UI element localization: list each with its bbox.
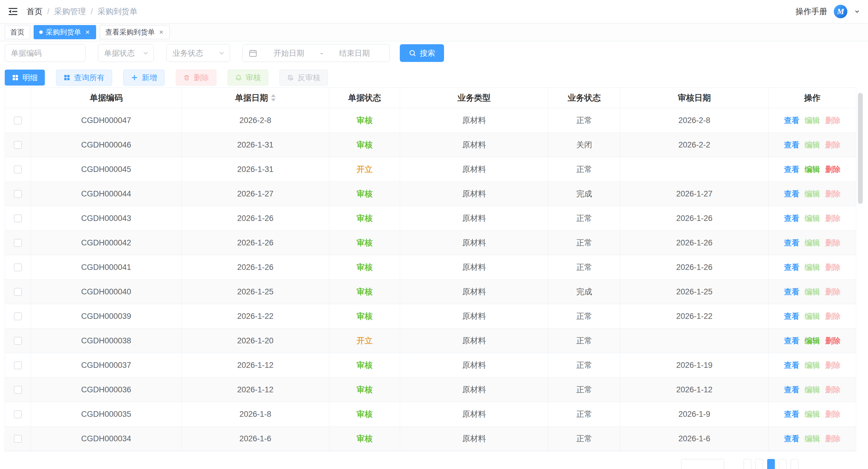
row-checkbox[interactable] (14, 361, 22, 369)
edit-link[interactable]: 编辑 (805, 287, 820, 297)
edit-link[interactable]: 编辑 (805, 189, 820, 199)
cell-operations: 查看 编辑 删除 (769, 231, 856, 255)
row-checkbox[interactable] (14, 337, 22, 345)
view-link[interactable]: 查看 (784, 115, 799, 126)
edit-link[interactable]: 编辑 (805, 262, 820, 272)
delete-link[interactable]: 删除 (825, 164, 841, 175)
row-checkbox[interactable] (14, 288, 22, 296)
view-link[interactable]: 查看 (784, 262, 799, 272)
delete-link[interactable]: 删除 (825, 336, 841, 346)
cell-biz-status: 正常 (549, 231, 620, 255)
tab-purchase-arrival[interactable]: 采购到货单 (34, 25, 96, 39)
pagination-item[interactable] (779, 459, 786, 469)
page-size-select[interactable] (681, 459, 724, 469)
view-link[interactable]: 查看 (784, 189, 799, 199)
avatar[interactable]: M (834, 5, 847, 18)
view-link[interactable]: 查看 (784, 385, 799, 395)
doc-status-placeholder: 单据状态 (104, 48, 135, 58)
audit-button[interactable]: 审核 (228, 69, 268, 86)
row-checkbox[interactable] (14, 141, 22, 149)
row-checkbox[interactable] (14, 410, 22, 418)
edit-link[interactable]: 编辑 (805, 115, 820, 126)
collapse-menu-icon[interactable] (8, 6, 18, 17)
breadcrumb-separator: / (91, 7, 93, 16)
cell-checkbox (5, 182, 31, 206)
tab-home[interactable]: 首页 (5, 25, 30, 39)
view-link[interactable]: 查看 (784, 360, 799, 371)
breadcrumb-home[interactable]: 首页 (27, 6, 42, 17)
delete-button[interactable]: 删除 (176, 69, 216, 86)
delete-link[interactable]: 删除 (825, 115, 841, 126)
row-checkbox[interactable] (14, 214, 22, 223)
detail-button-label: 明细 (22, 72, 38, 83)
tab-view-purchase-arrival[interactable]: 查看采购到货单 (100, 25, 170, 39)
delete-link[interactable]: 删除 (825, 385, 841, 395)
edit-link[interactable]: 编辑 (805, 238, 820, 248)
manual-link[interactable]: 操作手册 (796, 6, 827, 17)
unaudit-button[interactable]: 反审核 (280, 69, 328, 86)
view-link[interactable]: 查看 (784, 434, 799, 444)
detail-button[interactable]: 明细 (5, 69, 45, 86)
date-range-picker[interactable]: 开始日期 - 结束日期 (242, 44, 390, 62)
table-scrollbar-thumb[interactable] (858, 93, 863, 204)
cell-biz-status: 正常 (549, 353, 620, 377)
row-checkbox[interactable] (14, 312, 22, 320)
pagination-item[interactable] (791, 459, 799, 469)
delete-link[interactable]: 删除 (825, 360, 841, 371)
sort-caret-icon[interactable] (271, 94, 276, 101)
doc-status-select[interactable]: 单据状态 (98, 44, 154, 62)
biz-status-select[interactable]: 业务状态 (166, 44, 230, 62)
pagination-item[interactable] (755, 459, 763, 469)
row-checkbox[interactable] (14, 239, 22, 247)
row-checkbox[interactable] (14, 166, 22, 173)
edit-link[interactable]: 编辑 (805, 385, 820, 395)
edit-link[interactable]: 编辑 (805, 336, 820, 346)
view-link[interactable]: 查看 (784, 287, 799, 297)
delete-link[interactable]: 删除 (825, 238, 841, 248)
delete-link[interactable]: 删除 (825, 409, 841, 419)
cell-doc-code: CGDH000042 (31, 231, 182, 255)
edit-link[interactable]: 编辑 (805, 360, 820, 371)
add-button[interactable]: 新增 (123, 69, 164, 86)
delete-link[interactable]: 删除 (825, 262, 841, 272)
edit-link[interactable]: 编辑 (805, 213, 820, 224)
cell-biz-type: 原材料 (400, 255, 549, 279)
view-link[interactable]: 查看 (784, 409, 799, 419)
row-checkbox[interactable] (14, 263, 22, 271)
view-link[interactable]: 查看 (784, 140, 799, 150)
pagination-item-active[interactable] (767, 459, 775, 469)
header-doc-code: 单据编码 (31, 88, 182, 108)
edit-link[interactable]: 编辑 (805, 409, 820, 419)
view-link[interactable]: 查看 (784, 336, 799, 346)
tab-close-icon[interactable] (85, 29, 91, 35)
breadcrumb-purchase-management[interactable]: 采购管理 (54, 6, 86, 17)
edit-link[interactable]: 编辑 (805, 140, 820, 150)
pagination-item[interactable] (744, 459, 751, 469)
edit-link[interactable]: 编辑 (805, 311, 820, 322)
delete-link[interactable]: 删除 (825, 311, 841, 322)
row-checkbox[interactable] (14, 117, 22, 124)
start-date-placeholder: 开始日期 (260, 48, 318, 58)
view-link[interactable]: 查看 (784, 311, 799, 322)
search-button[interactable]: 搜索 (400, 44, 444, 62)
edit-link[interactable]: 编辑 (805, 164, 820, 175)
view-link[interactable]: 查看 (784, 164, 799, 175)
delete-link[interactable]: 删除 (825, 287, 841, 297)
delete-link[interactable]: 删除 (825, 189, 841, 199)
row-checkbox[interactable] (14, 435, 22, 443)
delete-link[interactable]: 删除 (825, 140, 841, 150)
view-link[interactable]: 查看 (784, 238, 799, 248)
row-checkbox[interactable] (14, 386, 22, 394)
table-row: CGDH000047 2026-2-8 审核 原材料 正常 2026-2-8 查… (5, 108, 856, 133)
doc-code-input[interactable] (5, 44, 86, 62)
view-link[interactable]: 查看 (784, 213, 799, 224)
query-all-button[interactable]: 查询所有 (56, 69, 112, 86)
header-doc-date[interactable]: 单据日期 (182, 88, 329, 108)
cell-doc-status: 审核 (329, 108, 400, 133)
user-caret-icon[interactable] (854, 8, 860, 15)
edit-link[interactable]: 编辑 (805, 434, 820, 444)
row-checkbox[interactable] (14, 190, 22, 198)
tab-close-icon[interactable] (158, 29, 164, 35)
delete-link[interactable]: 删除 (825, 213, 841, 224)
delete-link[interactable]: 删除 (825, 434, 841, 444)
